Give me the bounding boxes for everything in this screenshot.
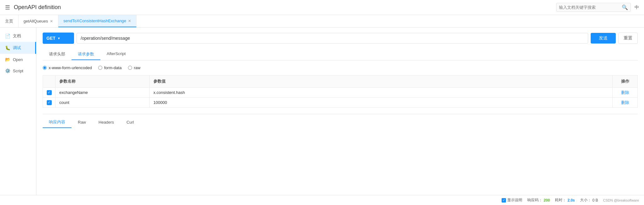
script-icon: ⚙️ (5, 68, 10, 73)
tab-getAllQueues[interactable]: getAllQueues ✕ (19, 15, 58, 27)
tab-home[interactable]: 主页 (0, 15, 19, 27)
radio-x-www-form-urlencoded-input[interactable] (43, 66, 47, 70)
row1-name-input[interactable] (58, 90, 147, 95)
row1-checkbox-cell (43, 88, 56, 98)
content-area: GET ▼ 发送 重置 请求头部 请求参数 AfterScript x-www-… (36, 28, 644, 205)
table-row: 删除 (43, 88, 638, 98)
show-desc-checkbox[interactable] (502, 198, 506, 202)
radio-x-www-form-urlencoded[interactable]: x-www-form-urlencoded (43, 65, 92, 70)
col-checkbox (43, 75, 56, 88)
menu-icon[interactable]: ☰ (5, 4, 10, 11)
row2-value-cell (150, 98, 613, 108)
radio-form-data-label: form-data (104, 65, 122, 70)
bottom-tab-response-content[interactable]: 响应内容 (43, 117, 72, 128)
row2-name-input[interactable] (58, 100, 147, 105)
sidebar-debug-label: 调试 (13, 45, 21, 51)
time-value: 2.0s (567, 198, 575, 202)
radio-group: x-www-form-urlencoded form-data raw (43, 65, 638, 70)
table-row: 删除 (43, 98, 638, 108)
search-wrap: 🔍 (556, 3, 631, 12)
col-action: 操作 (613, 75, 638, 88)
radio-raw-label: raw (134, 65, 141, 70)
sub-tabs: 请求头部 请求参数 AfterScript (43, 49, 638, 60)
row1-checkbox[interactable] (47, 90, 52, 95)
method-label: GET (46, 36, 56, 41)
size-value: 0 B (593, 198, 598, 202)
tab-bar: 主页 getAllQueues ✕ sendToXConsistentHashE… (0, 15, 644, 28)
size-label: 大小： (580, 197, 591, 203)
chevron-down-icon: ▼ (57, 37, 61, 40)
open-icon: 📂 (5, 57, 10, 62)
show-desc-label: 显示说明 (507, 197, 522, 203)
row1-name-cell (56, 88, 150, 98)
row2-checkbox[interactable] (47, 100, 52, 105)
sidebar-open-label: Open (13, 57, 23, 62)
app-title: OpenAPI definition (14, 4, 61, 11)
send-button[interactable]: 发送 (591, 33, 616, 44)
row2-checkbox-cell (43, 98, 56, 108)
bottom-tab-headers[interactable]: Headers (92, 117, 120, 128)
search-input[interactable] (559, 5, 622, 10)
row1-action-cell: 删除 (613, 88, 638, 98)
row1-delete-button[interactable]: 删除 (621, 90, 629, 95)
sub-tab-request-headers[interactable]: 请求头部 (43, 49, 72, 60)
col-param-value: 参数值 (150, 75, 613, 88)
radio-form-data[interactable]: form-data (98, 65, 122, 70)
debug-icon: 🐛 (5, 45, 10, 50)
bottom-tab-curl[interactable]: Curl (120, 117, 140, 128)
footer-status: 显示说明 响应码： 200 耗时： 2.0s 大小： 0 B CSDN @bre… (0, 195, 644, 205)
tab-sendToXConsistentHashExchange-close[interactable]: ✕ (128, 19, 131, 23)
tab-sendToXConsistentHashExchange[interactable]: sendToXConsistentHashExchange ✕ (58, 15, 136, 27)
table-header-row: 参数名称 参数值 操作 (43, 75, 638, 88)
bottom-tabs: 响应内容 Raw Headers Curl (43, 117, 638, 128)
header-left: ☰ OpenAPI definition (5, 4, 61, 11)
docs-icon: 📄 (5, 33, 10, 38)
show-desc-wrap: 显示说明 (502, 197, 522, 203)
radio-form-data-input[interactable] (98, 66, 102, 70)
reset-button[interactable]: 重置 (618, 33, 638, 44)
top-header: ☰ OpenAPI definition 🔍 中 (0, 0, 644, 15)
sidebar-docs-label: 文档 (13, 33, 21, 39)
url-bar: GET ▼ 发送 重置 (43, 33, 638, 44)
col-param-name: 参数名称 (56, 75, 150, 88)
sidebar-item-open[interactable]: 📂 Open (0, 54, 36, 65)
sidebar-item-script[interactable]: ⚙️ Script (0, 65, 36, 76)
radio-raw[interactable]: raw (128, 65, 141, 70)
search-icon[interactable]: 🔍 (622, 4, 628, 10)
row1-value-input[interactable] (152, 90, 610, 95)
sidebar-item-docs[interactable]: 📄 文档 (0, 30, 36, 42)
lang-button[interactable]: 中 (635, 5, 639, 10)
tab-getAllQueues-close[interactable]: ✕ (50, 19, 53, 23)
response-code-label: 响应码： (527, 197, 542, 203)
time-label: 耗时： (555, 197, 566, 203)
header-right: 🔍 中 (556, 3, 639, 12)
url-input[interactable] (77, 33, 588, 44)
time-item: 耗时： 2.0s (555, 197, 575, 203)
sidebar: 📄 文档 🐛 调试 📂 Open ⚙️ Script (0, 28, 36, 205)
row2-name-cell (56, 98, 150, 108)
response-code-value: 200 (544, 198, 550, 202)
params-table: 参数名称 参数值 操作 删除 (43, 75, 638, 108)
method-button[interactable]: GET ▼ (43, 33, 74, 44)
response-code-item: 响应码： 200 (527, 197, 550, 203)
sidebar-item-debug[interactable]: 🐛 调试 (0, 42, 36, 54)
row2-action-cell: 删除 (613, 98, 638, 108)
sub-tab-afterscript[interactable]: AfterScript (100, 49, 132, 60)
method-wrapper: GET ▼ (43, 33, 74, 44)
main-layout: 📄 文档 🐛 调试 📂 Open ⚙️ Script GET ▼ 发 (0, 28, 644, 205)
row2-value-input[interactable] (152, 100, 610, 105)
sub-tab-request-params[interactable]: 请求参数 (72, 49, 100, 60)
row1-value-cell (150, 88, 613, 98)
bottom-tab-raw[interactable]: Raw (72, 117, 92, 128)
bottom-section: 响应内容 Raw Headers Curl (43, 114, 638, 128)
radio-raw-input[interactable] (128, 66, 132, 70)
size-item: 大小： 0 B (580, 197, 598, 203)
row2-delete-button[interactable]: 删除 (621, 100, 629, 105)
tab-sendToXConsistentHashExchange-label: sendToXConsistentHashExchange (63, 18, 126, 23)
tab-getAllQueues-label: getAllQueues (24, 19, 48, 23)
radio-x-www-form-urlencoded-label: x-www-form-urlencoded (49, 65, 92, 70)
tab-home-label: 主页 (5, 18, 13, 24)
sidebar-script-label: Script (13, 69, 23, 73)
csdn-credit: CSDN @breaksoftware (603, 198, 639, 202)
